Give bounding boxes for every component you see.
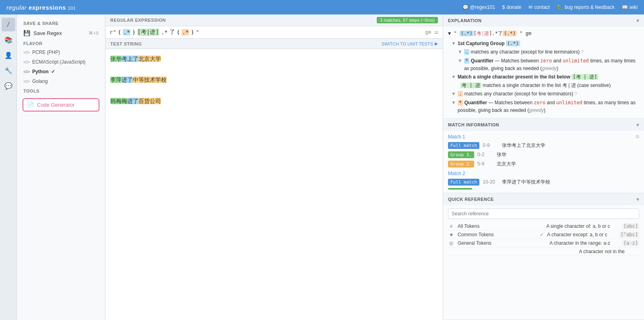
qr-general-icon: ◎ xyxy=(448,240,454,246)
twitter-icon: 💬 xyxy=(462,4,469,10)
sidebar-icon-tools[interactable]: 🔧 xyxy=(2,64,15,77)
qr-anchor-tokens[interactable]: A character not in the xyxy=(448,248,639,256)
regex-paren-open1: ( xyxy=(118,29,121,35)
flavor-pcre[interactable]: </> PCRE (PHP) xyxy=(17,47,105,57)
match3-group2-text: 百货公司 xyxy=(138,98,161,104)
exp-quantifier1: ▼ * Quantifier — Matches between zero an… xyxy=(458,57,639,72)
qr-all-tokens[interactable]: ≡ All Tokens A single character of: a, b… xyxy=(448,222,639,231)
nav-link-twitter[interactable]: 💬 @regex101 xyxy=(462,4,495,10)
contact-icon: ✉ xyxy=(528,4,533,10)
dollar-icon: $ xyxy=(502,4,505,10)
match1-group1-badge: Group 1. xyxy=(448,151,474,158)
middle-panel: REGULAR EXPRESSION 3 matches, 97 steps (… xyxy=(105,14,443,320)
regex-input-row: r" (.*)[考|进].*了(.*) " gm ⚌ xyxy=(105,26,443,39)
wiki-icon: 📖 xyxy=(622,4,628,10)
flavor-label-pcre: PCRE (PHP) xyxy=(32,50,60,55)
exp-arrow-quant2: ▼ xyxy=(451,99,456,107)
flavor-label-golang: Golang xyxy=(32,78,48,84)
exp-group1-children: ▼ . matches any character (except for li… xyxy=(458,48,639,72)
match2-group1-text: 李萍 xyxy=(110,76,122,83)
flavor-golang[interactable]: </> Golang xyxy=(17,76,105,86)
explanation-content: ▼ " (.*)[考|进].*了(.*) " gm ▼ 1st Capturin… xyxy=(443,27,644,118)
quick-ref-search-input[interactable] xyxy=(448,209,639,219)
qr-right-anchor: A character not in the xyxy=(579,249,639,254)
match-info-title: MATCH INFORMATION xyxy=(448,122,499,127)
exp-bracket: ▼ Match a single character present in th… xyxy=(451,73,639,81)
qr-common-icon: ★ xyxy=(448,232,454,237)
qr-all-tokens-icon: ≡ xyxy=(448,223,454,229)
save-regex-item[interactable]: 💾 Save Regex ⌘+S xyxy=(17,27,105,39)
regex-flags: gm xyxy=(425,29,431,35)
match2-full-row: Full match 10-20 李萍进了中等技术学校 xyxy=(448,179,639,186)
nav-link-contact[interactable]: ✉ contact xyxy=(528,4,550,10)
explanation-title: EXPLANATION xyxy=(448,18,482,23)
icon-sidebar: / 📚 👤 🔧 💬 xyxy=(0,14,17,320)
flavor-ecmascript[interactable]: </> ECMAScript (JavaScript) xyxy=(17,57,105,67)
logo-101: 101 xyxy=(68,6,76,10)
regex-icon: / xyxy=(7,21,9,29)
test-string-label: TEST STRING xyxy=(110,41,142,46)
sidebar-icon-account[interactable]: 👤 xyxy=(2,48,15,62)
match1-full-row: Full match 0-9 张华考上了北京大学 xyxy=(448,142,639,149)
regex-dotstar2: .* xyxy=(161,29,168,35)
test-line-2: 李萍进了中等技术学校 xyxy=(110,75,438,85)
sidebar-icon-library[interactable]: 📚 xyxy=(2,33,15,47)
qr-general-label: General Tokens xyxy=(458,240,546,246)
match1-group1-range: 0-2 xyxy=(477,152,493,157)
match1-copy-icon[interactable]: ⧉ xyxy=(636,134,639,139)
quick-ref-header[interactable]: QUICK REFERENCE ▾ xyxy=(443,193,644,205)
explanation-header[interactable]: EXPLANATION ▾ xyxy=(443,14,644,27)
flavor-section-header: FLAVOR xyxy=(17,39,105,47)
qr-common-tokens[interactable]: ★ Common Tokens ✓ A character except: a,… xyxy=(448,231,639,239)
quick-ref-categories: ≡ All Tokens A single character of: a, b… xyxy=(448,222,639,256)
nav-link-wiki[interactable]: 📖 wiki xyxy=(622,4,638,10)
match-info-toggle-icon: ▾ xyxy=(636,122,639,128)
code-generator-button[interactable]: 📄 Code Generator xyxy=(23,98,99,111)
qr-entry-1-label: A single character of: a, b or c xyxy=(546,223,610,229)
exp-dot1: ▼ . matches any character (except for li… xyxy=(458,48,639,56)
flavor-icon-golang: </> xyxy=(23,79,30,84)
match1-group2-row: Group 2. 5-9 北京大学 xyxy=(448,161,639,167)
arrow-right-icon: ▶ xyxy=(435,41,438,46)
account-icon: 👤 xyxy=(4,52,12,59)
match2-full-middle: 进了 xyxy=(122,76,133,83)
qr-general-tokens[interactable]: ◎ General Tokens A character in the rang… xyxy=(448,239,639,248)
match1-full-range: 0-9 xyxy=(483,142,499,148)
switch-unit-tests-button[interactable]: SWITCH TO UNIT TESTS ▶ xyxy=(382,41,438,46)
match1-full-value: 张华考上了北京大学 xyxy=(502,142,545,149)
tools-icon: 🔧 xyxy=(4,67,12,74)
exp-quantifier2: ▼ * Quantifier — Matches between zero an… xyxy=(451,99,639,114)
regex-dotstar1: .* xyxy=(123,29,130,35)
logo: regular expressions 101 xyxy=(6,4,76,11)
match1-full-badge: Full match xyxy=(448,142,479,149)
python-check-icon: ✓ xyxy=(51,69,55,74)
match-info-content: Match 1 ⧉ Full match 0-9 张华考上了北京大学 Group… xyxy=(443,131,644,193)
test-string-area[interactable]: 张华考上了北京大学 李萍进了中等技术学校 韩梅梅进了百货公司 xyxy=(105,49,443,320)
qr-entry-2-label: A character except: a, b or c xyxy=(547,232,607,237)
top-nav-links: 💬 @regex101 $ donate ✉ contact 🐛 bug rep… xyxy=(462,4,638,10)
flavor-python[interactable]: </> Python ✓ xyxy=(17,67,105,76)
flavor-label-python: Python xyxy=(32,69,49,74)
match2-title: Match 2 xyxy=(448,171,465,176)
match-info-section: MATCH INFORMATION ▾ Match 1 ⧉ Full match… xyxy=(443,119,644,193)
exp-arrow-dot2: ▼ xyxy=(451,90,456,98)
match1-full-middle: 考上了 xyxy=(122,56,138,62)
match2-full-badge: Full match xyxy=(448,179,479,186)
regex-header: REGULAR EXPRESSION 3 matches, 97 steps (… xyxy=(105,14,443,26)
quick-ref-content: ≡ All Tokens A single character of: a, b… xyxy=(443,205,644,320)
explanation-toggle-icon: ▾ xyxy=(636,17,639,24)
save-icon: 💾 xyxy=(23,30,30,36)
comments-icon: 💬 xyxy=(4,82,12,90)
nav-link-donate[interactable]: $ donate xyxy=(502,4,521,10)
library-icon: 📚 xyxy=(4,36,12,44)
regex-paren-close1: ) xyxy=(132,29,135,35)
code-gen-label: Code Generator xyxy=(37,102,74,108)
match-info-header[interactable]: MATCH INFORMATION ▾ xyxy=(443,119,644,131)
nav-link-bugreports[interactable]: 🐛 bug reports & feedback xyxy=(557,4,615,10)
sidebar-icon-regex[interactable]: / xyxy=(2,18,15,31)
sidebar-icon-comments[interactable]: 💬 xyxy=(2,79,15,93)
top-navigation: regular expressions 101 💬 @regex101 $ do… xyxy=(0,0,644,14)
match3-group1-text: 韩梅梅 xyxy=(110,98,127,104)
right-panel: EXPLANATION ▾ ▼ " (.*)[考|进].*了(.*) " gm … xyxy=(443,14,644,320)
match2-full-value: 李萍进了中等技术学校 xyxy=(502,179,550,186)
